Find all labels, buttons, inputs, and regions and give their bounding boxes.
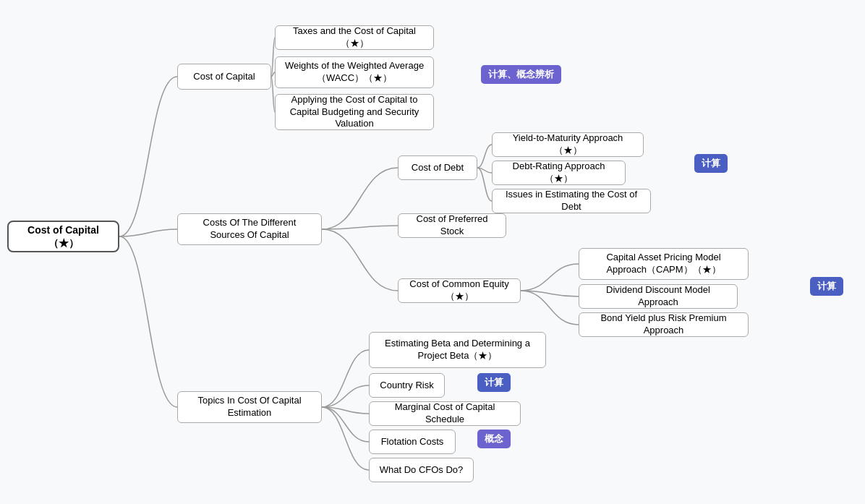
node-marginal: Marginal Cost of Capital Schedule <box>369 401 521 426</box>
node-applying: Applying the Cost of Capital to Capital … <box>275 94 434 130</box>
node-cost_pref: Cost of Preferred Stock <box>398 213 506 238</box>
badge-4: 概念 <box>477 430 511 448</box>
node-root: Cost of Capital（★） <box>7 221 119 252</box>
node-bond_yield: Bond Yield plus Risk Premium Approach <box>579 312 749 337</box>
node-cfo: What Do CFOs Do? <box>369 458 474 482</box>
node-taxes: Taxes and the Cost of Capital（★） <box>275 25 434 50</box>
node-country_risk: Country Risk <box>369 373 445 398</box>
mind-map: Cost of Capital（★）Costs Of The Different… <box>0 0 865 504</box>
node-ddm: Dividend Discount Model Approach <box>579 284 738 309</box>
node-cost_debt: Cost of Debt <box>398 155 477 180</box>
node-capm: Capital Asset Pricing Model Approach（CAP… <box>579 248 749 280</box>
node-topics: Topics In Cost Of Capital Estimation <box>177 391 322 423</box>
node-costs_different: Costs Of The Different Sources Of Capita… <box>177 213 322 245</box>
badge-3: 计算 <box>477 373 511 392</box>
node-cost_equity: Cost of Common Equity（★） <box>398 278 521 303</box>
node-weights: Weights of the Weighted Average（WACC）（★） <box>275 56 434 88</box>
node-debt_rating: Debt-Rating Approach（★） <box>492 161 626 185</box>
node-flotation: Flotation Costs <box>369 430 456 454</box>
node-cost_capital: Cost of Capital <box>177 64 271 90</box>
node-ytm: Yield-to-Maturity Approach（★） <box>492 132 644 157</box>
node-issues_debt: Issues in Estimating the Cost of Debt <box>492 189 651 213</box>
badge-0: 计算、概念辨析 <box>481 65 561 84</box>
node-est_beta: Estimating Beta and Determining a Projec… <box>369 332 546 368</box>
badge-2: 计算 <box>810 277 843 296</box>
badge-1: 计算 <box>694 154 728 173</box>
